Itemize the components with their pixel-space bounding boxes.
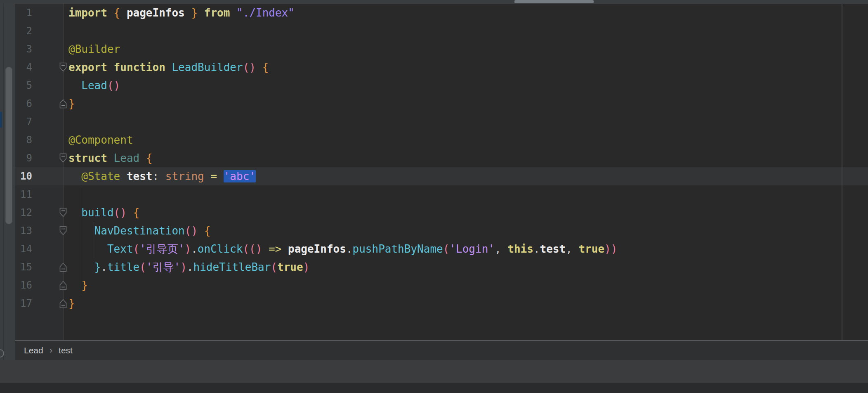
code-token: (	[139, 261, 146, 273]
code-token	[262, 243, 269, 255]
code-token: pageInfos	[288, 243, 346, 255]
code-token: export	[68, 61, 107, 73]
code-token: true	[578, 243, 604, 255]
fold-region-start-icon[interactable]	[59, 226, 67, 236]
code-token: ,	[495, 243, 501, 255]
line-number: 17	[15, 294, 32, 313]
code-editor[interactable]: 1import { pageInfos } from "./Index"23@B…	[15, 4, 868, 340]
breadcrumb-item-test[interactable]: test	[59, 346, 73, 355]
left-scrollbar-thumb[interactable]	[5, 67, 12, 224]
top-scrollbar-thumb[interactable]	[514, 0, 594, 3]
code-line-10[interactable]: @State test: string = 'abc'	[68, 167, 256, 185]
code-token: build	[81, 206, 113, 219]
fold-region-start-icon[interactable]	[59, 208, 67, 218]
code-token: }	[68, 297, 75, 310]
code-token	[107, 152, 114, 164]
code-token	[68, 243, 107, 255]
code-token: )	[256, 243, 262, 255]
code-token: {	[133, 206, 140, 219]
code-token	[217, 170, 224, 182]
code-token	[501, 243, 508, 255]
code-line-6[interactable]: }	[68, 95, 75, 113]
code-token	[68, 261, 94, 273]
fold-region-end-icon[interactable]	[59, 99, 67, 109]
code-token: test	[127, 170, 153, 182]
code-token: ((	[243, 243, 255, 255]
breadcrumb-item-lead[interactable]: Lead	[24, 346, 43, 355]
fold-region-end-icon[interactable]	[59, 280, 67, 290]
code-line-15[interactable]: }.title('引导').hideTitleBar(true)	[68, 258, 309, 276]
stripe-mark[interactable]	[0, 112, 2, 128]
line-number: 5	[15, 76, 32, 95]
fold-region-start-icon[interactable]	[59, 153, 67, 163]
code-token: string	[165, 170, 204, 182]
code-token: '引导页'	[139, 243, 184, 255]
code-line-4[interactable]: export function LeadBuilder() {	[68, 58, 269, 76]
code-token: .	[191, 243, 198, 255]
code-token: test	[540, 243, 566, 255]
code-token: @Component	[68, 134, 133, 146]
top-scrollbar-track	[0, 0, 868, 4]
breadcrumb: Lead › test	[15, 340, 868, 360]
code-token	[139, 152, 146, 164]
code-token: {	[146, 152, 153, 164]
code-token: )	[180, 261, 187, 273]
code-token: {	[204, 225, 211, 237]
code-line-1[interactable]: import { pageInfos } from "./Index"	[68, 4, 295, 22]
right-margin-guide	[842, 4, 842, 340]
code-token: }	[81, 279, 88, 291]
line-number: 9	[15, 149, 32, 167]
line-number: 8	[15, 131, 32, 149]
code-line-8[interactable]: @Component	[68, 131, 133, 149]
fold-region-start-icon[interactable]	[59, 62, 67, 72]
code-token: struct	[68, 152, 107, 164]
code-line-3[interactable]: @Builder	[68, 40, 120, 58]
code-token: ()	[243, 61, 256, 73]
code-line-9[interactable]: struct Lead {	[68, 149, 153, 167]
code-token	[107, 61, 114, 73]
code-token: 'Login'	[449, 243, 495, 255]
code-token	[165, 61, 172, 73]
code-token	[281, 243, 288, 255]
line-number: 13	[15, 222, 32, 240]
fold-region-end-icon[interactable]	[59, 262, 67, 272]
code-line-14[interactable]: Text('引导页').onClick(() => pageInfos.push…	[68, 240, 617, 258]
code-token: )	[185, 243, 191, 255]
code-token	[185, 7, 191, 19]
code-token	[230, 7, 236, 19]
code-token	[68, 225, 94, 237]
code-token: hideTitleBar	[193, 261, 271, 273]
code-token: pageInfos	[127, 7, 185, 19]
code-token: }	[68, 97, 75, 110]
code-token	[107, 7, 114, 19]
stripe-divider	[3, 4, 4, 360]
fold-region-end-icon[interactable]	[59, 298, 67, 308]
code-token: }	[191, 7, 198, 19]
chevron-right-icon: ›	[50, 345, 52, 356]
code-token: Text	[107, 243, 133, 255]
line-number: 12	[15, 204, 32, 222]
code-line-16[interactable]: }	[68, 276, 88, 294]
code-token: "./Index"	[236, 7, 295, 19]
code-token: (	[271, 261, 277, 273]
code-token: ()	[185, 225, 198, 237]
code-token: '引导'	[146, 261, 180, 273]
code-token: }	[94, 261, 101, 273]
code-token	[120, 7, 127, 19]
code-token	[68, 279, 81, 291]
code-line-5[interactable]: Lead()	[68, 76, 120, 95]
code-line-17[interactable]: }	[68, 294, 75, 313]
code-token: onClick	[198, 243, 243, 255]
code-line-12[interactable]: build() {	[68, 204, 139, 222]
code-token	[256, 61, 262, 73]
line-number: 10	[15, 167, 32, 185]
code-token: true	[277, 261, 303, 273]
code-token	[68, 206, 81, 219]
code-token: this	[507, 243, 533, 255]
code-token: function	[114, 61, 165, 73]
code-line-13[interactable]: NavDestination() {	[68, 222, 210, 240]
line-number: 7	[15, 113, 32, 131]
code-token	[198, 7, 204, 19]
code-token: ,	[566, 243, 572, 255]
code-token: {	[114, 7, 120, 19]
